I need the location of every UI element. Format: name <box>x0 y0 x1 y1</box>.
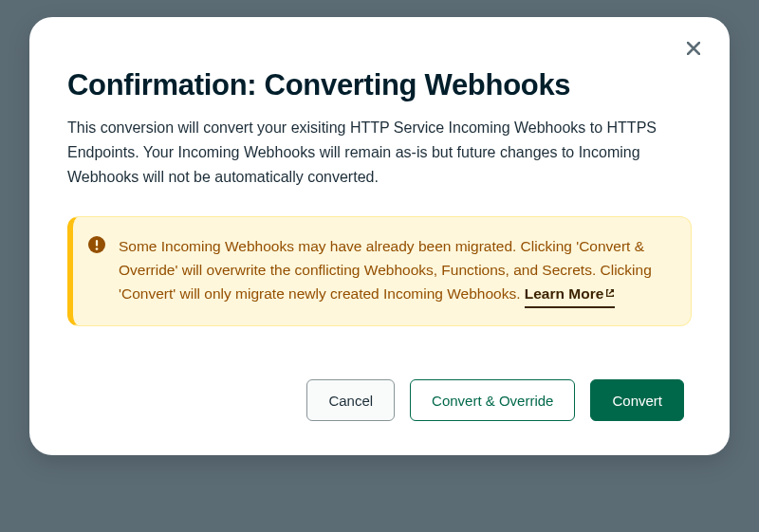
modal-description: This conversion will convert your exisit… <box>67 116 692 190</box>
modal-footer: Cancel Convert & Override Convert <box>29 379 730 421</box>
svg-point-2 <box>96 248 99 250</box>
close-icon <box>687 42 700 58</box>
warning-text: Some Incoming Webhooks may have already … <box>119 234 672 308</box>
external-link-icon <box>605 281 615 290</box>
confirmation-modal: Confirmation: Converting Webhooks This c… <box>29 17 730 455</box>
close-button[interactable] <box>680 36 707 63</box>
learn-more-link[interactable]: Learn More <box>525 282 616 308</box>
warning-icon <box>88 236 105 253</box>
convert-override-button[interactable]: Convert & Override <box>410 379 575 421</box>
warning-callout: Some Incoming Webhooks may have already … <box>67 216 692 326</box>
convert-button[interactable]: Convert <box>590 379 684 421</box>
cancel-button[interactable]: Cancel <box>306 379 395 421</box>
learn-more-label: Learn More <box>525 282 604 305</box>
svg-rect-1 <box>96 240 98 247</box>
modal-title: Confirmation: Converting Webhooks <box>67 68 692 102</box>
